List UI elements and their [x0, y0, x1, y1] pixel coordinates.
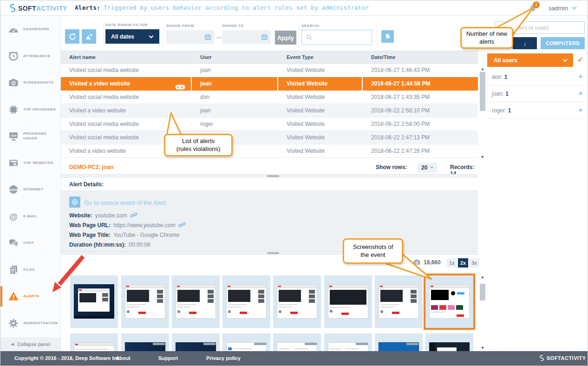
plus-icon[interactable]: + — [578, 89, 583, 98]
table-row[interactable]: Visited a video websiteVisited Website20… — [61, 144, 478, 158]
screenshot-thumbnail[interactable] — [324, 333, 372, 351]
splitter-grip[interactable] — [267, 175, 279, 177]
grid-scrollbar[interactable]: ▲ ▼ — [479, 274, 486, 351]
apply-button[interactable]: Apply — [275, 31, 296, 45]
table-row[interactable]: Visited social media websitejoanVisited … — [61, 64, 478, 77]
sidebar-item-e-mail[interactable]: @E-MAIL — [0, 206, 61, 227]
table-row[interactable]: Visited social media websiteVisited Webs… — [61, 131, 478, 144]
range-to-input[interactable] — [222, 30, 271, 44]
screenshot-thumbnail[interactable] — [375, 275, 423, 328]
sidebar-item-dashboard[interactable]: DASHBOARD — [0, 19, 61, 39]
screenshot-thumbnail[interactable] — [425, 333, 473, 351]
screenshot-thumbnail[interactable] — [222, 333, 270, 351]
sidebar-item-label: ATTENDANCE — [23, 54, 51, 59]
cell-datetime: 2018-06-27 1:44:58 PM — [363, 77, 478, 91]
calendar-icon[interactable] — [261, 33, 268, 40]
zoom-3x-button[interactable]: 3x — [469, 258, 479, 268]
user-menu[interactable]: sadmin — [549, 5, 568, 12]
callout-screenshots: Screenshots ofthe event — [343, 238, 403, 264]
sidebar-item-files[interactable]: FILES — [0, 260, 61, 280]
scrollbar-thumb[interactable] — [480, 72, 485, 111]
collapse-panel-button[interactable]: ◀ Collapse panel — [0, 337, 60, 351]
scroll-down-icon[interactable]: ▼ — [479, 155, 486, 159]
screenshot-thumbnail[interactable] — [121, 333, 169, 351]
search-input[interactable] — [315, 34, 369, 41]
users-download-button[interactable]: ↓ — [513, 37, 537, 49]
new-alert-rule-button[interactable] — [82, 29, 96, 44]
refresh-button[interactable] — [65, 29, 79, 44]
calendar-icon[interactable] — [204, 33, 211, 40]
screenshot-thumbnail[interactable] — [121, 275, 169, 328]
column-header[interactable]: Date/Time — [363, 54, 478, 60]
toolbar-divider — [163, 21, 163, 47]
softactivity-logo-icon — [538, 354, 544, 362]
sidebar-item-administration[interactable]: ADMINISTRATION — [0, 313, 61, 333]
footer-link-support[interactable]: Support — [158, 355, 178, 361]
sidebar-item-programs-usage[interactable]: 1010PROGRAMS USAGE — [0, 126, 61, 146]
external-link-icon[interactable] — [178, 222, 186, 227]
screenshot-thumbnail[interactable] — [375, 333, 423, 351]
sidebar-item-screenshots[interactable]: SCREENSHOTS — [0, 72, 61, 93]
footer-link-about[interactable]: About — [116, 355, 131, 361]
plus-icon[interactable]: + — [578, 72, 583, 81]
all-users-dropdown[interactable]: All users — [487, 53, 573, 67]
screenshot-thumbnail[interactable] — [324, 275, 372, 328]
zoom-2x-button[interactable]: 2x — [458, 258, 468, 268]
cell-datetime: 2018-06-27 1:43:35 PM — [363, 94, 478, 100]
table-row-selected[interactable]: Visited a video websitejoanVisited Websi… — [61, 77, 478, 91]
alert-pin-button[interactable] — [381, 30, 394, 43]
go-to-source-link[interactable]: Go to source event of the Alert — [84, 199, 166, 206]
sidebar-item-top-programs[interactable]: TOP PROGRAMS — [0, 99, 61, 120]
screenshot-thumbnail[interactable] — [70, 275, 118, 328]
splitter-grip[interactable] — [267, 252, 279, 254]
column-header[interactable]: Alert name — [61, 54, 192, 60]
sidebar-item-attendance[interactable]: ATTENDANCE — [0, 46, 61, 66]
globe-icon: WWW — [8, 184, 19, 195]
table-row[interactable]: Visited a video websitejoanVisited Websi… — [61, 104, 478, 118]
all-users-check-icon[interactable]: ✓ — [577, 55, 583, 64]
sidebar-item-internet[interactable]: WWWINTERNET — [0, 179, 61, 200]
scroll-up-icon[interactable]: ▲ — [479, 66, 486, 71]
scrollbar-thumb[interactable] — [480, 284, 485, 301]
screenshot-thumbnail[interactable] — [172, 333, 220, 351]
table-row[interactable]: Visited social media websiterogerVisited… — [61, 118, 478, 131]
computer-user-label[interactable]: DEMO-PC2: joan — [69, 164, 113, 170]
brand-logo[interactable]: SOFTACTIVITY — [8, 3, 67, 13]
link-icon[interactable] — [175, 81, 185, 86]
table-row[interactable]: Visited social media websitedonVisited W… — [61, 91, 478, 104]
screenshot-thumbnail[interactable] — [172, 275, 220, 328]
scroll-up-icon[interactable]: ▲ — [479, 274, 486, 279]
screenshot-thumbnail[interactable] — [222, 275, 270, 328]
user-row-joan[interactable]: joan: 1+ — [487, 85, 585, 102]
range-from-input[interactable] — [166, 30, 214, 44]
user-row-roger[interactable]: roger: 1+ — [487, 102, 585, 119]
show-rows-dropdown[interactable]: 20 — [418, 163, 437, 173]
external-link-icon[interactable] — [130, 212, 137, 217]
column-header[interactable]: Event Type — [278, 54, 363, 60]
screenshot-thumbnail[interactable] — [70, 333, 118, 351]
screenshot-thumbnail-selected[interactable] — [425, 275, 473, 328]
table-scrollbar[interactable]: ▲ ▼ — [479, 65, 486, 160]
user-row-don[interactable]: don: 1+ — [487, 69, 585, 85]
cell-event-type: Visited Website — [278, 148, 363, 154]
computers-button[interactable]: COMPUTERS — [541, 37, 585, 49]
date-range-dropdown[interactable]: All dates — [105, 29, 159, 44]
zoom-1x-button[interactable]: 1x — [447, 258, 457, 268]
page-title: Alerts: — [75, 4, 100, 11]
sidebar-item-alerts[interactable]: ALERTS — [0, 286, 61, 307]
column-header[interactable]: User — [192, 54, 278, 60]
cell-event-type: Visited Website — [278, 77, 363, 91]
go-to-source-button[interactable] — [69, 196, 80, 208]
footer-link-privacy-policy[interactable]: Privacy policy — [206, 355, 241, 361]
sidebar-item-top-websites[interactable]: TOP WEBSITES — [0, 153, 61, 173]
screenshot-thumbnail[interactable] — [273, 275, 321, 328]
plus-icon[interactable]: + — [578, 105, 583, 115]
screenshot-thumbnail[interactable] — [273, 333, 321, 351]
scroll-down-icon[interactable]: ▼ — [479, 346, 486, 350]
horizontal-splitter[interactable] — [61, 251, 478, 255]
range-to-label: RANGE TO — [222, 24, 244, 28]
cell-user: don — [192, 94, 278, 100]
horizontal-splitter[interactable] — [61, 174, 478, 177]
user-menu-chevron-icon[interactable] — [572, 5, 577, 10]
sidebar-item-chat[interactable]: CHAT — [0, 233, 61, 253]
